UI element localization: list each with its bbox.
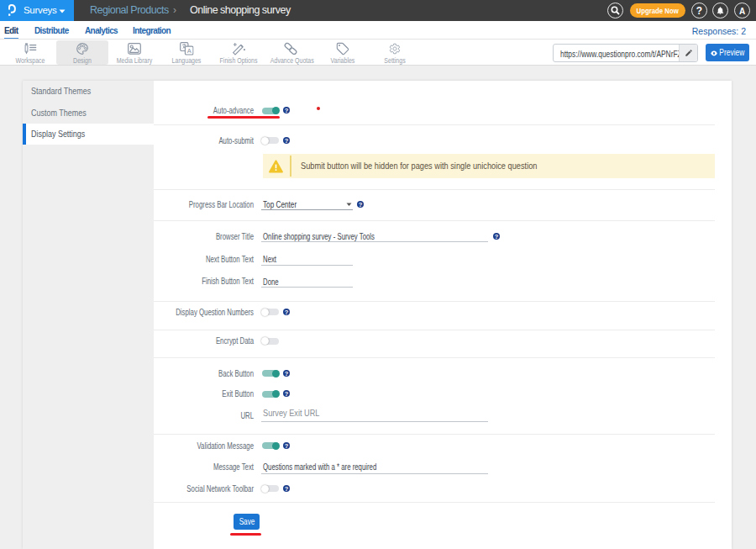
svg-text:A: A <box>187 47 192 55</box>
